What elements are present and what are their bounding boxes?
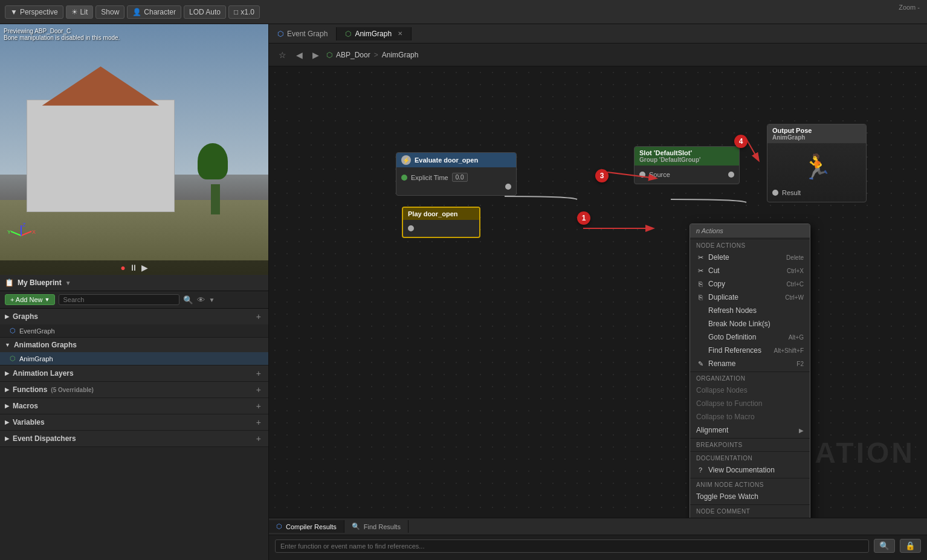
back-btn[interactable]: ◀ bbox=[294, 49, 305, 61]
event-graph-item[interactable]: ⬡ EventGraph bbox=[0, 324, 268, 337]
collapse-macro-item[interactable]: Collapse to Macro bbox=[690, 410, 810, 423]
graphs-add-btn[interactable]: + bbox=[254, 312, 263, 321]
node-output-pose[interactable]: Output Pose AnimGraph 🏃 Result bbox=[767, 124, 867, 202]
play-btn[interactable]: ▶ bbox=[141, 263, 148, 272]
svg-text:Z: Z bbox=[22, 222, 26, 228]
zoom-indicator: Zoom - bbox=[899, 4, 920, 11]
svg-text:X: X bbox=[32, 229, 36, 235]
break-node-links-item[interactable]: Break Node Link(s) bbox=[690, 317, 810, 330]
node-play[interactable]: Play door_open bbox=[402, 207, 480, 238]
top-toolbar: ▼ Perspective ☀ Lit Show 👤 Character LOD… bbox=[0, 0, 927, 24]
functions-add-btn[interactable]: + bbox=[254, 385, 263, 394]
close-tab-icon[interactable]: ✕ bbox=[398, 30, 402, 37]
explicit-time-dot bbox=[401, 175, 407, 181]
delete-item[interactable]: ✂ Delete Delete bbox=[690, 251, 810, 264]
result-pin-dot bbox=[772, 190, 778, 196]
blueprint-icon: 📋 bbox=[5, 278, 14, 287]
find-results-tab[interactable]: 🔍 Find Results bbox=[344, 520, 409, 533]
anim-graph-tab-icon: ⬡ bbox=[345, 30, 351, 38]
node-comment-label: Node Comment bbox=[690, 504, 810, 517]
axis-gizmo: X Y Z bbox=[6, 220, 36, 251]
svg-line-7 bbox=[746, 139, 758, 160]
search-icon-btn[interactable]: 🔍 bbox=[183, 295, 193, 304]
anim-layers-section: ▶ Animation Layers + bbox=[0, 365, 268, 382]
graphs-section-header[interactable]: ▶ Graphs + bbox=[0, 309, 268, 324]
character-btn[interactable]: 👤 Character bbox=[127, 5, 181, 19]
variables-header[interactable]: ▶ Variables + bbox=[0, 414, 268, 430]
functions-section: ▶ Functions (5 Overridable) + bbox=[0, 382, 268, 398]
perspective-icon: ▼ bbox=[10, 8, 18, 16]
character-figure: 🏃 bbox=[772, 147, 861, 187]
find-references-item[interactable]: Find References Alt+Shift+F bbox=[690, 344, 810, 357]
lock-btn[interactable]: 🔒 bbox=[900, 539, 921, 553]
find-references-input[interactable] bbox=[275, 539, 869, 553]
anim-layers-add-btn[interactable]: + bbox=[254, 369, 263, 378]
toggle-pose-watch-item[interactable]: Toggle Pose Watch bbox=[690, 490, 810, 503]
goto-definition-item[interactable]: Goto Definition Alt+G bbox=[690, 330, 810, 344]
node-evaluate[interactable]: ⚡ Evaluate door_open Explicit Time 0.0 bbox=[396, 152, 517, 196]
evaluate-body: Explicit Time 0.0 bbox=[396, 167, 516, 195]
lightning-icon: ⚡ bbox=[401, 155, 411, 165]
cut-icon: ✂ bbox=[696, 267, 705, 275]
macros-add-btn[interactable]: + bbox=[254, 401, 263, 411]
search-bottom-btn[interactable]: 🔍 bbox=[874, 539, 895, 553]
bookmark-btn[interactable]: ☆ bbox=[276, 49, 289, 61]
event-dispatchers-add-btn[interactable]: + bbox=[254, 434, 263, 443]
tab-event-graph[interactable]: ⬡ Event Graph bbox=[269, 27, 337, 40]
settings-btn[interactable]: ▼ bbox=[208, 297, 215, 303]
tri2-icon: ▶ bbox=[5, 370, 9, 376]
event-graph-icon: ⬡ bbox=[10, 327, 16, 335]
search-input[interactable] bbox=[59, 294, 179, 305]
slot-source-pin: Source bbox=[639, 171, 670, 178]
blueprint-title: 📋 My Blueprint ▼ bbox=[5, 278, 71, 287]
main-layout: Previewing ABP_Door_C Bone manipulation … bbox=[0, 24, 927, 560]
duplicate-item[interactable]: ⎘ Duplicate Ctrl+W bbox=[690, 291, 810, 304]
eye-btn[interactable]: 👁 bbox=[197, 295, 205, 304]
record-btn[interactable]: ● bbox=[120, 263, 125, 272]
node-actions-label: Node Actions bbox=[690, 239, 810, 251]
delete-icon: ✂ bbox=[696, 254, 705, 262]
event-graph-tab-icon: ⬡ bbox=[277, 30, 283, 38]
blueprint-header: 📋 My Blueprint ▼ bbox=[0, 275, 268, 291]
collapse-function-item[interactable]: Collapse to Function bbox=[690, 397, 810, 410]
add-new-button[interactable]: + Add New ▼ bbox=[5, 294, 55, 305]
functions-header[interactable]: ▶ Functions (5 Overridable) + bbox=[0, 382, 268, 397]
explicit-time-pin: Explicit Time 0.0 bbox=[401, 173, 511, 182]
forward-btn[interactable]: ▶ bbox=[310, 49, 321, 61]
bottom-tabs: ⬡ Compiler Results 🔍 Find Results bbox=[269, 518, 927, 535]
refresh-nodes-item[interactable]: Refresh Nodes bbox=[690, 304, 810, 317]
rename-item[interactable]: ✎ Rename F2 bbox=[690, 357, 810, 370]
macros-header[interactable]: ▶ Macros + bbox=[0, 398, 268, 414]
anim-graphs-header[interactable]: ▼ Animation Graphs bbox=[0, 338, 268, 352]
lod-btn[interactable]: LOD Auto bbox=[184, 5, 226, 19]
pause-btn[interactable]: ⏸ bbox=[129, 263, 138, 272]
variables-add-btn[interactable]: + bbox=[254, 417, 263, 427]
tri3-icon: ▶ bbox=[5, 387, 9, 393]
scale-btn[interactable]: □ x1.0 bbox=[228, 5, 260, 19]
event-dispatchers-section: ▶ Event Dispatchers + bbox=[0, 431, 268, 447]
blueprint-panel: 📋 My Blueprint ▼ + Add New ▼ 🔍 👁 ▼ bbox=[0, 275, 268, 560]
result-pin: Result bbox=[772, 189, 861, 196]
view-documentation-item[interactable]: ? View Documentation bbox=[690, 463, 810, 477]
lit-btn[interactable]: ☀ Lit bbox=[66, 5, 94, 19]
viewport-controls: ● ⏸ ▶ bbox=[0, 260, 268, 275]
anim-layers-header[interactable]: ▶ Animation Layers + bbox=[0, 365, 268, 381]
compiler-results-tab[interactable]: ⬡ Compiler Results bbox=[269, 520, 344, 533]
copy-item[interactable]: ⎘ Copy Ctrl+C bbox=[690, 277, 810, 291]
chevron-down-icon: ▼ bbox=[65, 280, 71, 286]
anim-graph-icon: ⬡ bbox=[10, 355, 16, 362]
perspective-btn[interactable]: ▼ Perspective bbox=[5, 5, 63, 19]
duplicate-icon: ⎘ bbox=[696, 294, 705, 301]
alignment-item[interactable]: Alignment ▶ bbox=[690, 423, 810, 437]
dropdown-arrow: ▼ bbox=[45, 297, 50, 303]
anim-graph-item[interactable]: ⬡ AnimGraph bbox=[0, 352, 268, 365]
cut-item[interactable]: ✂ Cut Ctrl+X bbox=[690, 264, 810, 277]
context-menu: n Actions Node Actions ✂ Delete Delete ✂… bbox=[690, 224, 810, 518]
tab-anim-graph[interactable]: ⬡ AnimGraph ✕ bbox=[337, 27, 412, 40]
show-btn[interactable]: Show bbox=[95, 5, 124, 19]
collapse-nodes-item[interactable]: Collapse Nodes bbox=[690, 384, 810, 397]
node-slot[interactable]: Slot 'DefaultSlot' Group 'DefaultGroup' … bbox=[634, 146, 740, 184]
event-dispatchers-header[interactable]: ▶ Event Dispatchers + bbox=[0, 431, 268, 446]
slot-output-dot bbox=[728, 172, 734, 178]
graph-canvas[interactable]: 1 2 3 4 Output Pose AnimGraph 🏃 Result bbox=[269, 66, 927, 518]
